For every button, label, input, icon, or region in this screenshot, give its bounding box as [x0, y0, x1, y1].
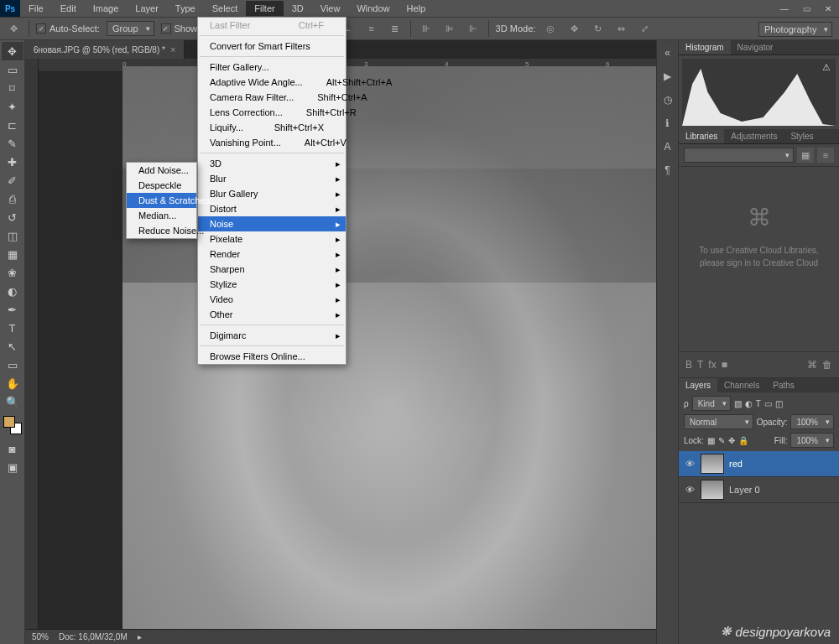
menu-layer[interactable]: Layer: [127, 1, 167, 16]
path-tool[interactable]: ↖: [2, 337, 23, 356]
submenu-reduce-noise[interactable]: Reduce Noise...: [127, 223, 196, 238]
layer-row-0[interactable]: 👁 Layer 0: [679, 477, 839, 503]
menu-stylize[interactable]: Stylize▸: [198, 277, 346, 292]
library-selector[interactable]: [684, 148, 794, 163]
crop-tool[interactable]: ⊏: [2, 116, 23, 134]
paragraph-icon[interactable]: ¶: [660, 163, 675, 178]
menu-video[interactable]: Video▸: [198, 292, 346, 307]
hand-tool[interactable]: ✋: [2, 374, 23, 392]
stamp-tool[interactable]: ⎙: [2, 190, 23, 208]
style-icon[interactable]: fx: [708, 359, 716, 371]
eyedropper-tool[interactable]: ✎: [2, 134, 23, 153]
tab-layers[interactable]: Layers: [679, 378, 717, 392]
info-icon[interactable]: ℹ: [660, 116, 675, 131]
lock-move-icon[interactable]: ✥: [728, 436, 735, 445]
menu-vanishing-point[interactable]: Vanishing Point...Alt+Ctrl+V: [198, 135, 346, 150]
filter-adjust-icon[interactable]: ◐: [745, 399, 753, 408]
style-icon[interactable]: T: [697, 359, 703, 371]
grid-view-icon[interactable]: ▦: [797, 148, 814, 163]
opacity-value[interactable]: 100%: [790, 414, 834, 429]
visibility-icon[interactable]: 👁: [684, 459, 696, 469]
lock-paint-icon[interactable]: ✎: [718, 436, 725, 445]
menu-3d[interactable]: 3D▸: [198, 156, 346, 171]
3d-scale-icon[interactable]: ⤢: [636, 21, 653, 36]
move-tool[interactable]: ✥: [2, 42, 23, 60]
play-icon[interactable]: ▶: [660, 69, 675, 84]
distribute-icon[interactable]: ⊫: [441, 21, 458, 36]
type-tool[interactable]: T: [2, 319, 23, 337]
3d-pan-icon[interactable]: ✥: [565, 21, 582, 36]
menu-type[interactable]: Type: [167, 1, 204, 16]
menu-select[interactable]: Select: [204, 1, 247, 16]
layer-name[interactable]: Layer 0: [729, 485, 760, 495]
menu-pixelate[interactable]: Pixelate▸: [198, 231, 346, 247]
submenu-median[interactable]: Median...: [127, 208, 196, 223]
brush-tool[interactable]: ✐: [2, 171, 23, 190]
3d-orbit-icon[interactable]: ◎: [542, 21, 559, 36]
menu-browse-online[interactable]: Browse Filters Online...: [198, 349, 346, 364]
submenu-add-noise[interactable]: Add Noise...: [127, 163, 196, 178]
tab-paths[interactable]: Paths: [766, 378, 801, 392]
filter-smart-icon[interactable]: ◫: [775, 399, 783, 408]
filter-type-icon[interactable]: T: [756, 399, 761, 408]
lock-trans-icon[interactable]: ▦: [707, 436, 715, 445]
menu-convert-smart[interactable]: Convert for Smart Filters: [198, 39, 346, 54]
tab-adjustments[interactable]: Adjustments: [724, 129, 784, 143]
color-swatches[interactable]: [3, 416, 22, 434]
submenu-despeckle[interactable]: Despeckle: [127, 178, 196, 193]
foreground-swatch[interactable]: [3, 416, 15, 428]
menu-digimarc[interactable]: Digimarc▸: [198, 328, 346, 343]
tab-navigator[interactable]: Navigator: [731, 40, 780, 55]
marquee-tool[interactable]: ▭: [2, 60, 23, 79]
chevron-right-icon[interactable]: ▸: [138, 632, 142, 641]
trash-icon[interactable]: 🗑: [822, 359, 832, 371]
menu-lens-correction[interactable]: Lens Correction...Shift+Ctrl+R: [198, 105, 346, 120]
eraser-tool[interactable]: ◫: [2, 226, 23, 245]
menu-other[interactable]: Other▸: [198, 307, 346, 322]
history-brush-tool[interactable]: ↺: [2, 208, 23, 226]
menu-liquify[interactable]: Liquify...Shift+Ctrl+X: [198, 120, 346, 135]
lock-all-icon[interactable]: 🔒: [738, 436, 748, 445]
quickmask-tool[interactable]: ◙: [2, 439, 23, 458]
distribute-icon[interactable]: ⊪: [418, 21, 435, 36]
3d-slide-icon[interactable]: ⇔: [612, 21, 629, 36]
document-tab[interactable]: 6новая.JPG @ 50% (red, RGB/8) * ×: [25, 40, 185, 59]
pen-tool[interactable]: ✒: [2, 300, 23, 319]
3d-roll-icon[interactable]: ↻: [589, 21, 606, 36]
wand-tool[interactable]: ✦: [2, 97, 23, 116]
list-view-icon[interactable]: ≡: [817, 148, 834, 163]
menu-render[interactable]: Render▸: [198, 247, 346, 262]
blend-mode-select[interactable]: Normal: [684, 414, 753, 429]
filter-pixel-icon[interactable]: ▧: [734, 399, 742, 408]
dodge-tool[interactable]: ◐: [2, 282, 23, 300]
menu-3d[interactable]: 3D: [284, 1, 312, 16]
menu-image[interactable]: Image: [85, 1, 128, 16]
menu-blur-gallery[interactable]: Blur Gallery▸: [198, 186, 346, 201]
menu-noise[interactable]: Noise▸: [198, 216, 346, 231]
tab-styles[interactable]: Styles: [784, 129, 820, 143]
fill-value[interactable]: 100%: [790, 433, 834, 448]
menu-filter[interactable]: Filter: [246, 1, 283, 16]
minimize-button[interactable]: —: [774, 1, 795, 16]
history-icon[interactable]: ◷: [660, 92, 675, 107]
distribute-icon[interactable]: ⊩: [465, 21, 482, 36]
maximize-button[interactable]: ▭: [795, 1, 817, 16]
gradient-tool[interactable]: ▦: [2, 245, 23, 263]
expand-icon[interactable]: «: [660, 45, 675, 60]
zoom-tool[interactable]: 🔍: [2, 392, 23, 411]
tab-libraries[interactable]: Libraries: [679, 129, 724, 143]
filter-shape-icon[interactable]: ▭: [764, 399, 772, 408]
screenmode-tool[interactable]: ▣: [2, 458, 23, 476]
visibility-icon[interactable]: 👁: [684, 485, 696, 495]
menu-distort[interactable]: Distort▸: [198, 201, 346, 216]
layer-kind-select[interactable]: Kind: [692, 396, 731, 411]
tab-channels[interactable]: Channels: [717, 378, 766, 392]
menu-adaptive-wide[interactable]: Adaptive Wide Angle...Alt+Shift+Ctrl+A: [198, 75, 346, 90]
menu-filter-gallery[interactable]: Filter Gallery...: [198, 60, 346, 75]
auto-select-checkbox[interactable]: ✓ Auto-Select:: [36, 23, 100, 34]
shape-tool[interactable]: ▭: [2, 356, 23, 374]
zoom-level[interactable]: 50%: [32, 632, 49, 641]
menu-view[interactable]: View: [312, 1, 349, 16]
layer-row-red[interactable]: 👁 red: [679, 451, 839, 477]
menu-sharpen[interactable]: Sharpen▸: [198, 262, 346, 277]
